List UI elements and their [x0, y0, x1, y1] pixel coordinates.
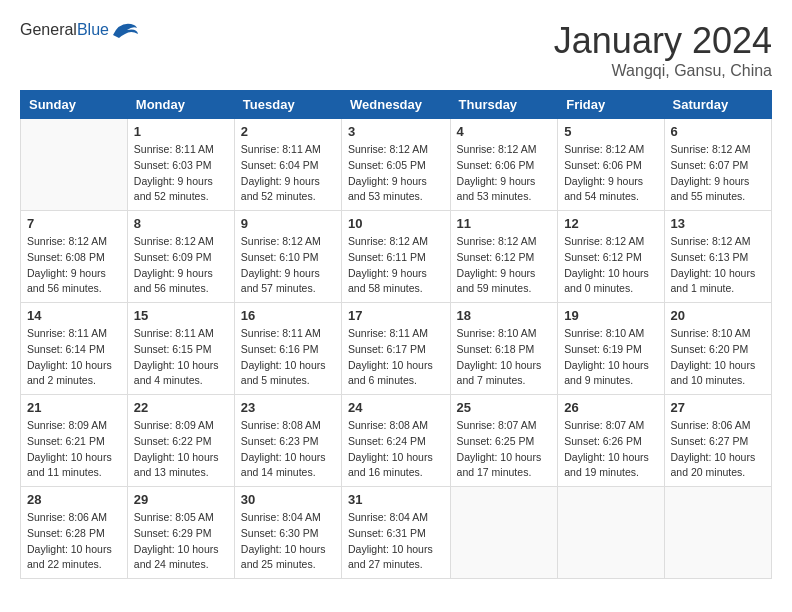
calendar-cell: 16Sunrise: 8:11 AMSunset: 6:16 PMDayligh… — [234, 303, 341, 395]
day-number: 10 — [348, 216, 444, 231]
calendar-cell: 26Sunrise: 8:07 AMSunset: 6:26 PMDayligh… — [558, 395, 664, 487]
calendar-cell: 15Sunrise: 8:11 AMSunset: 6:15 PMDayligh… — [127, 303, 234, 395]
week-row-2: 7Sunrise: 8:12 AMSunset: 6:08 PMDaylight… — [21, 211, 772, 303]
calendar-cell — [450, 487, 558, 579]
day-info: Sunrise: 8:12 AMSunset: 6:10 PMDaylight:… — [241, 234, 335, 297]
day-info: Sunrise: 8:08 AMSunset: 6:24 PMDaylight:… — [348, 418, 444, 481]
calendar-cell: 1Sunrise: 8:11 AMSunset: 6:03 PMDaylight… — [127, 119, 234, 211]
calendar-cell — [664, 487, 771, 579]
day-info: Sunrise: 8:11 AMSunset: 6:14 PMDaylight:… — [27, 326, 121, 389]
logo-blue: Blue — [77, 21, 109, 38]
logo-text: GeneralBlue — [20, 21, 109, 39]
day-info: Sunrise: 8:11 AMSunset: 6:17 PMDaylight:… — [348, 326, 444, 389]
calendar-table: SundayMondayTuesdayWednesdayThursdayFrid… — [20, 90, 772, 579]
calendar-header-row: SundayMondayTuesdayWednesdayThursdayFrid… — [21, 91, 772, 119]
day-info: Sunrise: 8:12 AMSunset: 6:05 PMDaylight:… — [348, 142, 444, 205]
day-info: Sunrise: 8:04 AMSunset: 6:31 PMDaylight:… — [348, 510, 444, 573]
day-info: Sunrise: 8:05 AMSunset: 6:29 PMDaylight:… — [134, 510, 228, 573]
day-number: 5 — [564, 124, 657, 139]
logo-general: General — [20, 21, 77, 38]
day-number: 11 — [457, 216, 552, 231]
calendar-cell: 18Sunrise: 8:10 AMSunset: 6:18 PMDayligh… — [450, 303, 558, 395]
calendar-cell — [21, 119, 128, 211]
day-number: 28 — [27, 492, 121, 507]
day-number: 20 — [671, 308, 765, 323]
day-info: Sunrise: 8:06 AMSunset: 6:28 PMDaylight:… — [27, 510, 121, 573]
day-header-thursday: Thursday — [450, 91, 558, 119]
day-info: Sunrise: 8:09 AMSunset: 6:22 PMDaylight:… — [134, 418, 228, 481]
calendar-cell — [558, 487, 664, 579]
day-info: Sunrise: 8:08 AMSunset: 6:23 PMDaylight:… — [241, 418, 335, 481]
day-info: Sunrise: 8:07 AMSunset: 6:25 PMDaylight:… — [457, 418, 552, 481]
calendar-cell: 31Sunrise: 8:04 AMSunset: 6:31 PMDayligh… — [342, 487, 451, 579]
day-info: Sunrise: 8:12 AMSunset: 6:12 PMDaylight:… — [457, 234, 552, 297]
calendar-cell: 4Sunrise: 8:12 AMSunset: 6:06 PMDaylight… — [450, 119, 558, 211]
calendar-subtitle: Wangqi, Gansu, China — [554, 62, 772, 80]
calendar-cell: 3Sunrise: 8:12 AMSunset: 6:05 PMDaylight… — [342, 119, 451, 211]
day-number: 15 — [134, 308, 228, 323]
day-info: Sunrise: 8:10 AMSunset: 6:20 PMDaylight:… — [671, 326, 765, 389]
day-number: 6 — [671, 124, 765, 139]
calendar-cell: 2Sunrise: 8:11 AMSunset: 6:04 PMDaylight… — [234, 119, 341, 211]
week-row-4: 21Sunrise: 8:09 AMSunset: 6:21 PMDayligh… — [21, 395, 772, 487]
day-info: Sunrise: 8:12 AMSunset: 6:12 PMDaylight:… — [564, 234, 657, 297]
calendar-cell: 7Sunrise: 8:12 AMSunset: 6:08 PMDaylight… — [21, 211, 128, 303]
calendar-cell: 10Sunrise: 8:12 AMSunset: 6:11 PMDayligh… — [342, 211, 451, 303]
day-info: Sunrise: 8:09 AMSunset: 6:21 PMDaylight:… — [27, 418, 121, 481]
day-info: Sunrise: 8:12 AMSunset: 6:08 PMDaylight:… — [27, 234, 121, 297]
calendar-title: January 2024 — [554, 20, 772, 62]
day-number: 23 — [241, 400, 335, 415]
day-number: 4 — [457, 124, 552, 139]
day-info: Sunrise: 8:11 AMSunset: 6:16 PMDaylight:… — [241, 326, 335, 389]
week-row-1: 1Sunrise: 8:11 AMSunset: 6:03 PMDaylight… — [21, 119, 772, 211]
calendar-cell: 17Sunrise: 8:11 AMSunset: 6:17 PMDayligh… — [342, 303, 451, 395]
day-number: 2 — [241, 124, 335, 139]
calendar-cell: 6Sunrise: 8:12 AMSunset: 6:07 PMDaylight… — [664, 119, 771, 211]
day-number: 22 — [134, 400, 228, 415]
logo-bird-icon — [111, 20, 139, 40]
week-row-3: 14Sunrise: 8:11 AMSunset: 6:14 PMDayligh… — [21, 303, 772, 395]
day-number: 26 — [564, 400, 657, 415]
calendar-cell: 21Sunrise: 8:09 AMSunset: 6:21 PMDayligh… — [21, 395, 128, 487]
day-number: 8 — [134, 216, 228, 231]
calendar-cell: 11Sunrise: 8:12 AMSunset: 6:12 PMDayligh… — [450, 211, 558, 303]
day-number: 30 — [241, 492, 335, 507]
calendar-cell: 9Sunrise: 8:12 AMSunset: 6:10 PMDaylight… — [234, 211, 341, 303]
page-header: GeneralBlue January 2024 Wangqi, Gansu, … — [20, 20, 772, 80]
calendar-cell: 24Sunrise: 8:08 AMSunset: 6:24 PMDayligh… — [342, 395, 451, 487]
logo: GeneralBlue — [20, 20, 139, 40]
day-number: 7 — [27, 216, 121, 231]
day-number: 24 — [348, 400, 444, 415]
day-header-friday: Friday — [558, 91, 664, 119]
day-header-monday: Monday — [127, 91, 234, 119]
day-info: Sunrise: 8:12 AMSunset: 6:06 PMDaylight:… — [457, 142, 552, 205]
day-info: Sunrise: 8:07 AMSunset: 6:26 PMDaylight:… — [564, 418, 657, 481]
day-info: Sunrise: 8:10 AMSunset: 6:19 PMDaylight:… — [564, 326, 657, 389]
day-info: Sunrise: 8:11 AMSunset: 6:15 PMDaylight:… — [134, 326, 228, 389]
calendar-cell: 25Sunrise: 8:07 AMSunset: 6:25 PMDayligh… — [450, 395, 558, 487]
title-block: January 2024 Wangqi, Gansu, China — [554, 20, 772, 80]
calendar-cell: 30Sunrise: 8:04 AMSunset: 6:30 PMDayligh… — [234, 487, 341, 579]
day-number: 12 — [564, 216, 657, 231]
day-header-sunday: Sunday — [21, 91, 128, 119]
calendar-cell: 5Sunrise: 8:12 AMSunset: 6:06 PMDaylight… — [558, 119, 664, 211]
day-number: 17 — [348, 308, 444, 323]
day-info: Sunrise: 8:11 AMSunset: 6:03 PMDaylight:… — [134, 142, 228, 205]
day-info: Sunrise: 8:12 AMSunset: 6:11 PMDaylight:… — [348, 234, 444, 297]
day-info: Sunrise: 8:12 AMSunset: 6:09 PMDaylight:… — [134, 234, 228, 297]
day-info: Sunrise: 8:12 AMSunset: 6:13 PMDaylight:… — [671, 234, 765, 297]
calendar-cell: 13Sunrise: 8:12 AMSunset: 6:13 PMDayligh… — [664, 211, 771, 303]
day-number: 16 — [241, 308, 335, 323]
calendar-cell: 19Sunrise: 8:10 AMSunset: 6:19 PMDayligh… — [558, 303, 664, 395]
day-info: Sunrise: 8:11 AMSunset: 6:04 PMDaylight:… — [241, 142, 335, 205]
day-info: Sunrise: 8:06 AMSunset: 6:27 PMDaylight:… — [671, 418, 765, 481]
calendar-cell: 14Sunrise: 8:11 AMSunset: 6:14 PMDayligh… — [21, 303, 128, 395]
day-number: 31 — [348, 492, 444, 507]
week-row-5: 28Sunrise: 8:06 AMSunset: 6:28 PMDayligh… — [21, 487, 772, 579]
calendar-cell: 23Sunrise: 8:08 AMSunset: 6:23 PMDayligh… — [234, 395, 341, 487]
day-number: 9 — [241, 216, 335, 231]
day-info: Sunrise: 8:10 AMSunset: 6:18 PMDaylight:… — [457, 326, 552, 389]
day-number: 3 — [348, 124, 444, 139]
day-header-tuesday: Tuesday — [234, 91, 341, 119]
day-number: 14 — [27, 308, 121, 323]
